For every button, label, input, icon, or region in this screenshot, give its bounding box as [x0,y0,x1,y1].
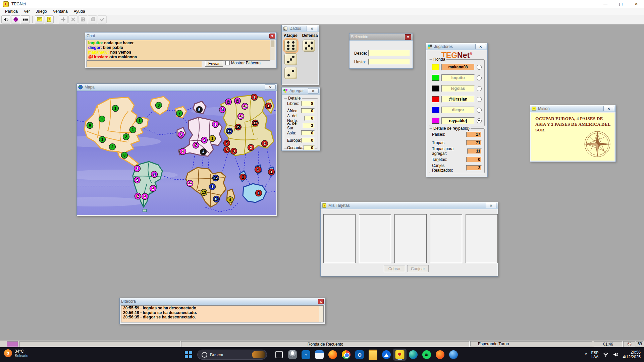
dice-titlebar[interactable]: Dados ✕ [282,25,319,32]
army-counter[interactable]: 4 [200,149,207,155]
menu-partida[interactable]: Partida [2,8,21,14]
taskbar-icon-file-explorer[interactable] [366,349,380,361]
start-button[interactable] [185,351,192,358]
army-counter[interactable]: 3 [134,166,141,172]
army-counter[interactable]: 2 [178,132,184,138]
card-slot[interactable] [323,214,356,263]
globe-icon[interactable] [11,15,20,23]
army-counter[interactable]: 1 [150,185,156,192]
army-counter[interactable]: 1 [137,118,143,124]
cards-window[interactable]: ? Mis Tarjetas ✕ Cobrar Canjear [320,202,498,277]
add-troops-icon[interactable] [59,15,68,23]
army-counter[interactable]: 4 [134,177,141,183]
cards-icon[interactable]: ? [45,15,54,23]
close-button[interactable]: ✕ [629,0,644,8]
map-window[interactable]: Mapa ✕ [76,83,277,216]
army-counter[interactable]: 5 [196,107,203,113]
chat-input[interactable] [87,61,202,67]
army-counter[interactable]: 10 [242,103,248,110]
taskbar-icon-crunchyroll[interactable] [433,349,447,361]
card-slot[interactable] [359,214,391,263]
army-counter[interactable]: 4 [201,137,208,143]
player-row[interactable]: diegor [432,107,482,113]
cards-titlebar[interactable]: ? Mis Tarjetas ✕ [321,202,498,209]
army-counter[interactable]: 4 [227,197,233,203]
collect-button[interactable]: Cobrar [384,265,405,272]
player-row[interactable]: reypablo} [432,117,482,124]
player-turn-radio[interactable] [477,108,482,113]
menu-juego[interactable]: Juego [33,8,50,14]
army-counter[interactable]: 3 [151,171,158,178]
army-counter[interactable]: 2 [262,140,268,147]
army-counter[interactable]: 3 [231,148,237,155]
army-counter[interactable]: 1 [268,169,275,175]
selection-close-icon[interactable]: x [405,34,411,40]
army-counter[interactable]: 3 [180,148,186,155]
taskbar-icon-chrome[interactable] [339,349,353,361]
menu-ventana[interactable]: Ventana [50,8,71,14]
add-troops-close-icon[interactable]: ✕ [308,88,319,94]
mission-titlebar[interactable]: Misión ✕ [530,105,615,112]
players-window[interactable]: Jugadores ✕ TEGNet® Ronda makana08loquit… [426,43,488,177]
taskbar-icon-calendar[interactable] [313,349,326,361]
army-counter[interactable]: 8 [121,152,128,159]
menu-ver[interactable]: Ver [21,8,33,14]
log-scrollbar[interactable] [319,306,323,322]
dice-roll-icon[interactable] [78,15,87,23]
mission-close-icon[interactable]: ✕ [603,106,614,111]
log-window[interactable]: Bitácora x 20:55:59 - legolas se ha desc… [119,298,325,324]
card-slot[interactable] [466,214,498,263]
maximize-button[interactable]: ▢ [613,0,629,8]
from-field[interactable] [368,50,410,56]
end-turn-icon[interactable] [98,15,107,23]
taskbar-icon-microsoft-store[interactable]: ⌂ [299,349,313,361]
chat-scrollbar[interactable] [270,40,275,60]
taskbar-icon-paramount-plus[interactable] [380,349,393,361]
player-turn-radio[interactable] [477,97,482,102]
army-counter[interactable]: 5 [193,142,199,148]
army-counter[interactable]: 1 [265,103,272,109]
players-close-icon[interactable]: ✕ [475,44,486,49]
send-button[interactable]: Enviar [205,60,223,67]
army-counter[interactable]: 1 [209,184,216,190]
army-counter[interactable]: 10 [238,113,244,120]
player-turn-radio[interactable] [477,118,482,123]
taskbar-clock[interactable]: 20:564/12/2025 [623,350,641,359]
exchange-button[interactable]: Canjear [407,265,429,272]
volume-icon[interactable] [613,352,619,358]
taskbar-icon-tegnet[interactable] [393,349,407,361]
map-close-icon[interactable]: ✕ [265,84,276,90]
taskbar-icon-outlook[interactable]: O [353,349,366,361]
chat-window-icon[interactable] [35,15,44,23]
players-titlebar[interactable]: Jugadores ✕ [426,43,487,50]
list-icon[interactable] [21,15,30,23]
army-counter[interactable]: 6 [87,122,93,129]
wifi-icon[interactable] [603,352,609,358]
army-counter[interactable]: 1 [240,174,246,180]
army-counter[interactable]: 12 [213,175,219,181]
chat-window[interactable]: Chat x loquito: nada que hacerdiegor: bi… [85,32,277,68]
log-close-icon[interactable]: x [318,299,324,304]
army-counter[interactable]: 13 [201,189,207,196]
to-field[interactable] [368,59,410,65]
army-counter[interactable]: 6 [135,193,141,199]
player-row[interactable]: loquito [432,74,482,81]
chat-titlebar[interactable]: Chat x [85,33,276,40]
weather-widget[interactable]: 3 34°C Soleado [4,349,28,358]
menu-ayuda[interactable]: Ayuda [71,8,88,14]
army-counter[interactable]: 15 [235,124,241,130]
dice-close-icon[interactable]: ✕ [307,26,317,31]
army-counter[interactable]: 2 [219,107,226,113]
army-counter[interactable]: 5 [224,147,230,153]
map-titlebar[interactable]: Mapa ✕ [77,84,277,91]
log-titlebar[interactable]: Bitácora x [120,298,325,305]
cards-close-icon[interactable]: ✕ [486,203,496,208]
player-turn-radio[interactable] [477,86,482,91]
taskbar-icon-globe-app[interactable] [447,349,460,361]
language-indicator[interactable]: ESPLAA [591,351,599,359]
taskbar-icon-people[interactable] [286,349,299,361]
mission-window[interactable]: Misión ✕ OCUPAR EUROPA, 4 PAISES DE ASIA… [530,105,616,162]
army-counter[interactable]: 1 [251,94,258,101]
sound-icon[interactable] [1,15,10,23]
card-slot[interactable] [430,214,462,263]
